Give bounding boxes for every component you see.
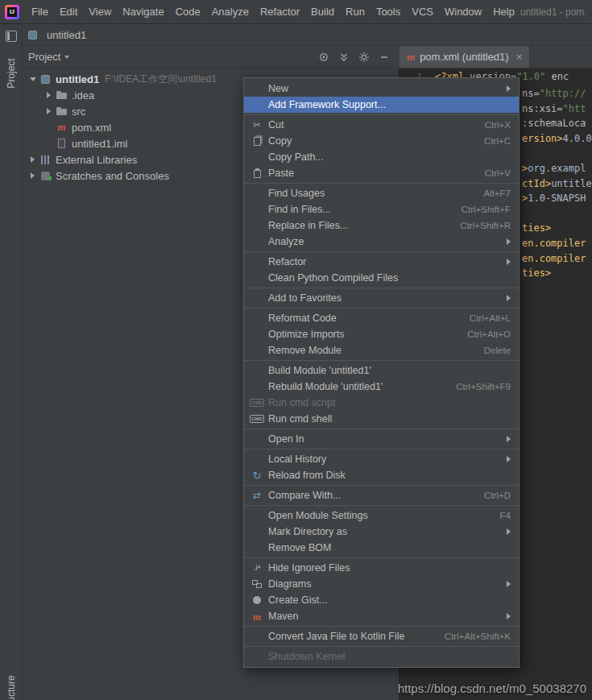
menu-item-create-gist[interactable]: Create Gist... — [244, 592, 519, 608]
icon-spacer — [250, 292, 264, 304]
menu-item-find-usages[interactable]: Find UsagesAlt+F7 — [244, 185, 519, 201]
menu-item-optimize-imports[interactable]: Optimize ImportsCtrl+Alt+O — [244, 326, 519, 342]
menu-item-remove-module[interactable]: Remove ModuleDelete — [244, 342, 519, 358]
menu-item-remove-bom[interactable]: Remove BOM — [244, 540, 519, 556]
tool-strip-project-button[interactable]: Project — [0, 47, 22, 100]
menubar-item-code[interactable]: Code — [170, 3, 206, 20]
menu-item-compare-with[interactable]: ⇄Compare With...Ctrl+D — [244, 487, 519, 503]
menubar-item-file[interactable]: File — [26, 3, 54, 20]
menubar-item-view[interactable]: View — [83, 3, 117, 20]
code-line — [522, 146, 592, 161]
code-line: >1.0-SNAPSH — [522, 191, 592, 206]
menubar-item-vcs[interactable]: VCS — [406, 3, 439, 20]
menu-item-shortcut: Ctrl+Shift+F — [452, 205, 511, 214]
menu-item-add-framework-support[interactable]: Add Framework Support... — [244, 97, 519, 113]
menu-item-label: Add to Favorites — [268, 292, 342, 304]
chevron-down-icon — [64, 56, 69, 59]
menu-item-label: Add Framework Support... — [268, 99, 386, 110]
code-line: ns:xsi="htt — [522, 101, 592, 117]
settings-icon[interactable] — [356, 49, 372, 65]
menubar-item-build[interactable]: Build — [305, 3, 340, 20]
tool-strip-structure-button[interactable]: ucture — [0, 668, 22, 700]
menu-item-refactor[interactable]: Refactor — [244, 254, 519, 270]
menubar-item-window[interactable]: Window — [439, 3, 487, 20]
chevron-down-icon[interactable] — [27, 71, 39, 87]
menubar-item-edit[interactable]: Edit — [54, 3, 83, 20]
chevron-right-icon[interactable] — [27, 168, 39, 184]
tool-window-icon[interactable] — [6, 31, 17, 42]
menu-item-open-in[interactable]: Open In — [244, 431, 519, 447]
code-line: ersion>4.0.0 — [522, 131, 592, 147]
chevron-right-icon[interactable] — [43, 103, 55, 119]
locate-icon[interactable] — [316, 49, 332, 65]
window-title: untitled1 - pom.x — [520, 6, 586, 18]
menubar-item-refactor[interactable]: Refactor — [255, 3, 305, 20]
menu-item-new[interactable]: New — [244, 81, 519, 97]
menu-item-mark-directory-as[interactable]: Mark Directory as — [244, 524, 519, 540]
menu-separator — [244, 360, 519, 361]
chevron-right-icon[interactable] — [43, 87, 55, 103]
menubar-item-navigate[interactable]: Navigate — [117, 3, 169, 20]
watermark: https://blog.csdn.net/m0_50038270 — [398, 681, 586, 695]
chevron-right-icon[interactable] — [27, 151, 39, 168]
tree-item-label: External Libraries — [56, 154, 137, 166]
menu-item-add-to-favorites[interactable]: Add to Favorites — [244, 290, 519, 306]
menu-item-label: Replace in Files... — [268, 220, 348, 231]
close-icon[interactable]: × — [516, 51, 523, 63]
menu-separator — [244, 114, 519, 115]
code-line: en.compiler — [522, 236, 592, 251]
menu-item-copy[interactable]: CopyCtrl+C — [244, 133, 519, 149]
menu-item-label: Run cmd shell — [268, 413, 332, 425]
menu-item-maven[interactable]: mMaven — [244, 608, 519, 624]
tab-pom-xml[interactable]: m pom.xml (untitled1) × — [399, 46, 530, 68]
menu-item-build-module-untitled1[interactable]: Build Module 'untitled1' — [244, 362, 519, 379]
icon-spacer — [250, 453, 264, 466]
breadcrumb[interactable]: untitled1 — [47, 29, 86, 41]
iml-icon — [55, 137, 68, 150]
menu-item-find-in-files[interactable]: Find in Files...Ctrl+Shift+F — [244, 201, 519, 217]
icon-spacer — [250, 328, 264, 341]
menu-separator — [244, 183, 519, 184]
menu-item-label: Reload from Disk — [268, 470, 346, 481]
menu-item-convert-java-file-to-kotlin-file[interactable]: Convert Java File to Kotlin FileCtrl+Alt… — [244, 628, 519, 644]
hide-icon[interactable] — [376, 49, 392, 65]
chevron-spacer — [43, 135, 55, 151]
submenu-arrow-icon — [497, 436, 511, 442]
menubar-item-tools[interactable]: Tools — [371, 3, 406, 20]
menu-item-diagrams[interactable]: Diagrams — [244, 576, 519, 592]
menu-item-cut[interactable]: ✂CutCtrl+X — [244, 117, 519, 133]
cmd-icon: CMD — [250, 412, 264, 425]
compare-icon: ⇄ — [250, 489, 264, 502]
menu-item-replace-in-files[interactable]: Replace in Files...Ctrl+Shift+R — [244, 217, 519, 234]
menu-item-open-module-settings[interactable]: Open Module SettingsF4 — [244, 507, 519, 524]
menu-item-analyze[interactable]: Analyze — [244, 234, 519, 250]
menu-item-label: Mark Directory as — [268, 526, 347, 537]
menu-item-run-cmd-shell[interactable]: CMDRun cmd shell — [244, 411, 519, 427]
module-icon — [26, 28, 39, 41]
menu-item-reformat-code[interactable]: Reformat CodeCtrl+Alt+L — [244, 310, 519, 326]
menu-item-paste[interactable]: PasteCtrl+V — [244, 165, 519, 181]
menubar-item-help[interactable]: Help — [487, 3, 520, 20]
menu-separator — [244, 251, 519, 252]
tree-item-label: untitled1 — [56, 73, 99, 85]
menu-item-local-history[interactable]: Local History — [244, 451, 519, 467]
tree-item-path: F:\IDEA工作空间\untitled1 — [105, 72, 217, 86]
collapse-all-icon[interactable] — [336, 49, 352, 65]
code-line: ties> — [522, 221, 592, 236]
menu-item-label: Maven — [268, 611, 299, 622]
menu-item-label: Find in Files... — [268, 204, 331, 215]
menubar-item-run[interactable]: Run — [340, 3, 371, 20]
chevron-spacer — [43, 119, 55, 135]
menu-item-clean-python-compiled-files[interactable]: Clean Python Compiled Files — [244, 270, 519, 286]
project-panel-title[interactable]: Project — [28, 51, 60, 63]
maven-icon: m — [55, 121, 68, 134]
menu-item-reload-from-disk[interactable]: ↻Reload from Disk — [244, 467, 519, 483]
menu-item-hide-ignored-files[interactable]: .i*Hide Ignored Files — [244, 560, 519, 576]
menubar-item-analyze[interactable]: Analyze — [206, 3, 255, 20]
tool-strip-project-label: Project — [6, 58, 17, 88]
menu-item-rebuild-module-untitled1[interactable]: Rebuild Module 'untitled1'Ctrl+Shift+F9 — [244, 379, 519, 395]
menu-item-label: Refactor — [268, 256, 306, 267]
reload-icon: ↻ — [250, 469, 264, 482]
menu-item-copy-path[interactable]: Copy Path... — [244, 149, 519, 165]
menu-item-shortcut: Ctrl+C — [474, 136, 511, 146]
